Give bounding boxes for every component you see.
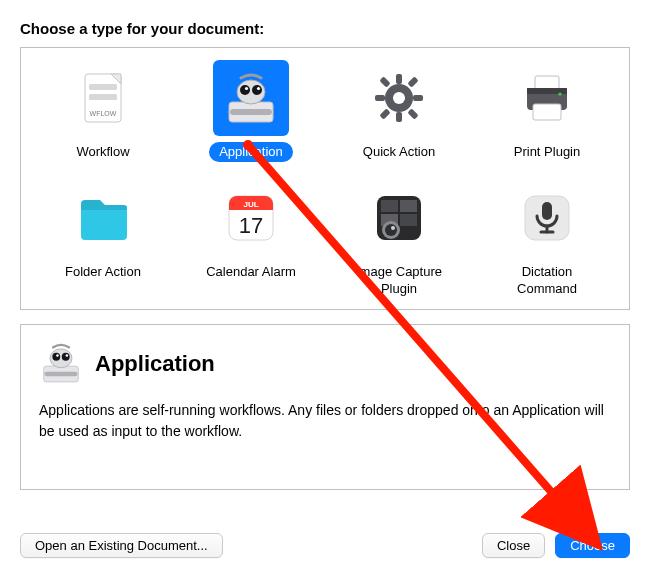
description-panel: Application Applications are self-runnin… <box>20 324 630 490</box>
gear-icon <box>361 60 437 136</box>
image-capture-icon <box>361 180 437 256</box>
calendar-icon: JUL 17 <box>213 180 289 256</box>
type-item-image-capture-plugin[interactable]: Image Capture Plugin <box>325 180 473 299</box>
svg-text:17: 17 <box>239 213 263 238</box>
type-item-dictation-command[interactable]: Dictation Command <box>473 180 621 299</box>
automator-icon <box>213 60 289 136</box>
type-label: Application <box>209 142 293 162</box>
description-header: Application <box>39 341 611 388</box>
microphone-icon <box>509 180 585 256</box>
svg-text:JUL: JUL <box>243 200 258 209</box>
type-label: Image Capture Plugin <box>334 262 464 299</box>
description-text: Applications are self-running workflows.… <box>39 400 611 442</box>
type-item-application[interactable]: Application <box>177 60 325 162</box>
type-item-workflow[interactable]: Workflow <box>29 60 177 162</box>
type-item-calendar-alarm[interactable]: JUL 17 Calendar Alarm <box>177 180 325 299</box>
printer-icon <box>509 60 585 136</box>
workflow-icon <box>65 60 141 136</box>
type-label: Quick Action <box>353 142 445 162</box>
type-item-print-plugin[interactable]: Print Plugin <box>473 60 621 162</box>
type-label: Dictation Command <box>482 262 612 299</box>
type-label: Print Plugin <box>504 142 590 162</box>
open-existing-document-button[interactable]: Open an Existing Document... <box>20 533 223 558</box>
type-item-quick-action[interactable]: Quick Action <box>325 60 473 162</box>
folder-icon <box>65 180 141 256</box>
document-types-grid: Workflow Application Quick Action Print … <box>29 60 621 299</box>
document-types-panel: Workflow Application Quick Action Print … <box>20 47 630 310</box>
type-label: Workflow <box>66 142 139 162</box>
automator-icon <box>39 341 83 388</box>
description-title: Application <box>95 351 215 377</box>
choose-button[interactable]: Choose <box>555 533 630 558</box>
type-label: Calendar Alarm <box>196 262 306 282</box>
close-button[interactable]: Close <box>482 533 545 558</box>
type-item-folder-action[interactable]: Folder Action <box>29 180 177 299</box>
dialog-footer: Open an Existing Document... Close Choos… <box>20 533 630 558</box>
page-title: Choose a type for your document: <box>20 20 630 37</box>
type-label: Folder Action <box>55 262 151 282</box>
